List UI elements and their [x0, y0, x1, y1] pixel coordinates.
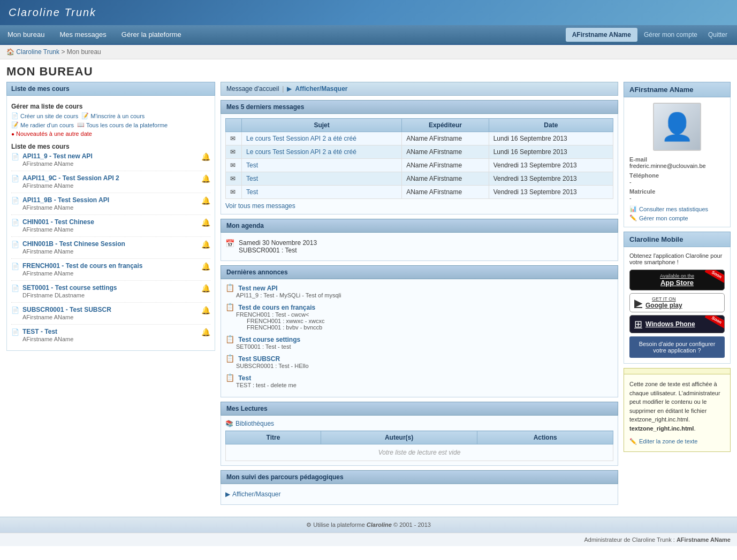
inscr-icon: 📝 — [81, 112, 89, 119]
announce-icon: 📋 — [225, 303, 234, 311]
msg-subject-link[interactable]: Test — [246, 188, 258, 196]
lect-col-actions: Actions — [477, 431, 613, 444]
compte-link[interactable]: ✏️ Gérer mon compte — [629, 214, 725, 221]
msg-sender-cell: AName AFirstname — [402, 132, 489, 145]
avatar-container: 👤 — [629, 103, 725, 151]
announce-title-link[interactable]: Test course settings — [238, 336, 300, 343]
creer-cours-link[interactable]: 📄 Créer un site de cours — [11, 112, 78, 119]
course-info: TEST - Test AFirstname AName — [22, 328, 201, 343]
afficher-masquer-msg-link[interactable]: Afficher/Masquer — [295, 85, 347, 93]
course-bell-icon[interactable]: 🔔 — [201, 284, 210, 293]
matricule-field: Matricule - — [629, 188, 725, 201]
course-bell-icon[interactable]: 🔔 — [201, 152, 210, 161]
course-name-link[interactable]: CHIN001 - Test Chinese — [22, 218, 201, 226]
lectures-body: 📚 Bibliothèques Titre Auteur(s) Actions — [221, 416, 618, 466]
nouveautes-link[interactable]: ● Nouveautés à une autre date — [11, 131, 210, 137]
list-item: 📄 SUBSCR0001 - Test SUBSCR AFirstname AN… — [11, 306, 210, 325]
help-button[interactable]: Besoin d'aide pour configurer votre appl… — [629, 336, 725, 358]
mobile-desc: Obtenez l'application Claroline pour vot… — [629, 252, 725, 265]
agenda-desc: SUBSCR0001 : Test — [239, 247, 317, 254]
gerer-compte-link[interactable]: Gérer mon compte — [640, 28, 702, 42]
tous-cours-link[interactable]: 📖 Tous les cours de la plateforme — [77, 121, 168, 128]
course-name-link[interactable]: API11_9 - Test new API — [22, 152, 201, 160]
announce-icon: 📋 — [225, 283, 234, 292]
msg-col-icon — [226, 119, 242, 132]
course-info: API11_9B - Test Session API AFirstname A… — [22, 196, 201, 211]
radier-cours-link[interactable]: 📝 Me radier d'un cours — [11, 121, 74, 128]
lectures-table: Titre Auteur(s) Actions Votre liste de l… — [225, 431, 613, 461]
course-name-link[interactable]: API11_9B - Test Session API — [22, 196, 201, 204]
phone-field: Téléphone - — [629, 172, 725, 185]
home-icon: 🏠 — [6, 48, 14, 56]
voir-messages-link[interactable]: Voir tous mes messages — [225, 202, 295, 210]
msg-sender-cell: AName AFirstname — [402, 186, 489, 199]
navbar: Mon bureau Mes messages Gérer la platefo… — [0, 25, 737, 45]
textzone-content: Cette zone de texte est affichée à chaqu… — [624, 374, 731, 452]
announce-title-link[interactable]: Test new API — [238, 285, 277, 292]
course-name-link[interactable]: TEST - Test — [22, 328, 201, 335]
course-bell-icon[interactable]: 🔔 — [201, 174, 210, 183]
parcours-body: ▶ Afficher/Masquer — [221, 484, 618, 505]
course-bell-icon[interactable]: 🔔 — [201, 328, 210, 336]
course-doc-icon: 📄 — [11, 285, 19, 292]
msg-subject-cell: Le cours Test Session API 2 a été créé — [242, 132, 402, 145]
msg-subject-link[interactable]: Test — [246, 175, 258, 182]
course-doc-icon: 📄 — [11, 241, 19, 248]
appstore-badge[interactable]: Available on the App Store Soon — [629, 270, 725, 290]
msg-subject-link[interactable]: Le cours Test Session API 2 a été créé — [246, 148, 356, 156]
course-doc-icon: 📄 — [11, 175, 19, 182]
table-row: ✉ Le cours Test Session API 2 a été créé… — [226, 145, 613, 159]
announce-title-link[interactable]: Test de cours en français — [238, 304, 315, 311]
course-bell-icon[interactable]: 🔔 — [201, 306, 210, 314]
inscrire-cours-link[interactable]: 📝 M'inscrire à un cours — [81, 112, 145, 119]
msg-date-cell: Vendredi 13 Septembre 2013 — [489, 172, 613, 186]
stats-link[interactable]: 📊 Consulter mes statistiques — [629, 205, 725, 212]
announce-title-link[interactable]: Test — [238, 374, 251, 382]
course-name-link[interactable]: SUBSCR0001 - Test SUBSCR — [22, 306, 201, 313]
msg-icon-cell: ✉ — [226, 132, 242, 145]
envelope-icon: ✉ — [230, 188, 235, 196]
list-item: 📄 SET0001 - Test course settings DFirstn… — [11, 284, 210, 303]
edit-textzone-link[interactable]: ✏️ Editer la zone de texte — [629, 437, 725, 446]
msg-subject-link[interactable]: Le cours Test Session API 2 a été créé — [246, 135, 356, 142]
course-bell-icon[interactable]: 🔔 — [201, 218, 210, 227]
course-doc-icon: 📄 — [11, 197, 19, 204]
course-bell-icon[interactable]: 🔔 — [201, 240, 210, 249]
nav-mes-messages[interactable]: Mes messages — [52, 25, 113, 44]
announce-title-row: 📋 Test de cours en français — [225, 303, 613, 311]
course-name-link[interactable]: FRENCH001 - Test de cours en français — [22, 262, 201, 270]
course-name-link[interactable]: SET0001 - Test course settings — [22, 284, 201, 291]
lect-empty: Votre liste de lecture est vide — [226, 444, 613, 461]
agenda-icon: 📅 — [225, 239, 234, 248]
course-bell-icon[interactable]: 🔔 — [201, 262, 210, 271]
msg-icon-cell: ✉ — [226, 186, 242, 199]
windowsphone-badge[interactable]: ⊞ Windows Phone Soon — [629, 315, 725, 333]
msg-subject-cell: Le cours Test Session API 2 a été créé — [242, 145, 402, 159]
nav-left: Mon bureau Mes messages Gérer la platefo… — [0, 25, 189, 44]
parcours-toggle[interactable]: ▶ Afficher/Masquer — [225, 488, 613, 500]
announce-title-link[interactable]: Test SUBSCR — [238, 355, 280, 363]
course-info: SUBSCR0001 - Test SUBSCR AFirstname ANam… — [22, 306, 201, 321]
bibliotheques-link[interactable]: 📚 Bibliothèques — [225, 420, 613, 427]
course-doc-icon: 📄 — [11, 219, 19, 226]
breadcrumb-home[interactable]: Claroline Trunk — [16, 48, 59, 56]
course-list-header: Liste de mes cours — [6, 82, 215, 96]
list-item: 📋 Test course settings SET0001 : Test - … — [225, 335, 613, 350]
announce-title-row: 📋 Test SUBSCR — [225, 354, 613, 363]
course-name-link[interactable]: AAPI11_9C - Test Session API 2 — [22, 174, 201, 182]
footer2-admin-label: Administrateur de Claroline Trunk : — [584, 536, 675, 543]
course-bell-icon[interactable]: 🔔 — [201, 196, 210, 205]
nav-mon-bureau[interactable]: Mon bureau — [0, 25, 52, 44]
messages-table: Sujet Expéditeur Date ✉ Le cours Test Se… — [225, 118, 613, 199]
quitter-link[interactable]: Quitter — [704, 28, 732, 42]
messages-body: Sujet Expéditeur Date ✉ Le cours Test Se… — [221, 114, 618, 214]
course-teacher: AFirstname AName — [22, 204, 73, 211]
msg-subject-link[interactable]: Test — [246, 162, 258, 169]
table-row: ✉ Test AName AFirstname Vendredi 13 Sept… — [226, 159, 613, 172]
googleplay-badge[interactable]: ▶ GET IT ON Google play — [629, 293, 725, 312]
list-item: 📄 TEST - Test AFirstname AName 🔔 — [11, 328, 210, 346]
course-name-link[interactable]: CHIN001B - Test Chinese Session — [22, 240, 201, 248]
nav-gerer-plateforme[interactable]: Gérer la plateforme — [114, 25, 189, 44]
profile-content: 👤 E-mail frederic.minne@uclouvain.be Tél… — [624, 97, 731, 227]
list-item: 📄 CHIN001 - Test Chinese AFirstname ANam… — [11, 218, 210, 237]
